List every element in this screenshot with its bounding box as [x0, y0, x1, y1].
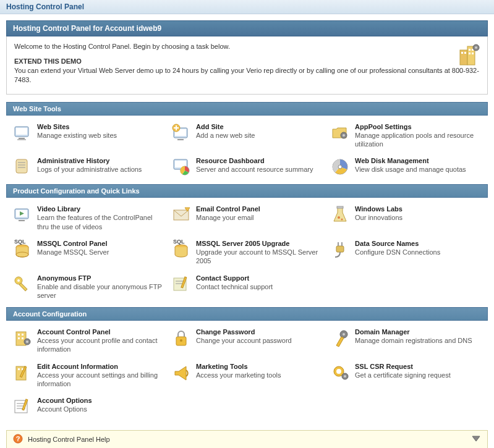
wrench-gear-icon [330, 328, 350, 348]
tool-title: Web Disk Management [355, 157, 482, 164]
tool-desc: Contact technical support [196, 282, 323, 291]
svg-point-71 [344, 375, 346, 378]
section-header-web-site-tools: Web Site Tools [6, 102, 488, 116]
tool-change-password[interactable]: Change Password Change your account pass… [170, 327, 324, 355]
tool-mssql-upgrade[interactable]: SQL MSSQL Server 2005 Upgrade Upgrade yo… [170, 239, 324, 267]
tool-title: Video Library [37, 205, 164, 213]
help-bar-text: Hosting Control Panel Help [28, 436, 110, 443]
tool-desc: Upgrade your account to MSSQL Server 200… [196, 248, 323, 266]
svg-rect-0 [460, 50, 467, 65]
section-header-product-config: Product Configuration and Quick Links [6, 184, 488, 198]
tool-desc: Access your account profile and contact … [37, 336, 164, 354]
tool-title: SSL CSR Request [355, 363, 482, 370]
svg-rect-3 [464, 52, 466, 54]
tool-title: AppPool Settings [355, 123, 482, 130]
tool-title: Contact Support [196, 274, 323, 282]
svg-rect-6 [469, 53, 471, 54]
tool-email-control-panel[interactable]: Email Control Panel Manage your email [170, 204, 324, 232]
svg-point-21 [343, 134, 345, 137]
tool-desc: Manage MSSQL Server [37, 248, 164, 256]
svg-rect-22 [16, 159, 27, 173]
tool-administrative-history[interactable]: Administrative History Logs of your admi… [11, 156, 165, 178]
tool-anonymous-ftp[interactable]: Anonymous FTP Enable and disable your an… [11, 273, 165, 302]
svg-point-61 [180, 339, 182, 342]
svg-marker-79 [472, 436, 480, 441]
tool-edit-account-info[interactable]: Edit Account Information Access your acc… [11, 361, 165, 390]
svg-rect-37 [337, 206, 343, 208]
top-header-text: Hosting Control Panel [6, 2, 84, 11]
tool-domain-manager[interactable]: Domain Manager Manage domain registratio… [329, 327, 483, 355]
extend-demo-body: You can extend your Virtual Web Server d… [14, 66, 480, 85]
tool-video-library[interactable]: Video Library Learn the features of the … [11, 204, 165, 232]
tool-title: Email Control Panel [196, 205, 323, 213]
welcome-text: Welcome to the Hosting Control Panel. Be… [14, 43, 480, 50]
help-bar[interactable]: ? Hosting Control Panel Help [6, 430, 488, 448]
tool-title: Anonymous FTP [37, 274, 164, 282]
tool-resource-dashboard[interactable]: Resource Dashboard Server and account re… [170, 156, 324, 178]
tool-title: Windows Labs [355, 205, 482, 213]
svg-rect-57 [22, 337, 23, 339]
section-title: Product Configuration and Quick Links [13, 187, 140, 195]
list-pencil-icon [12, 397, 32, 416]
svg-point-39 [341, 219, 343, 221]
tool-apppool-settings[interactable]: AppPool Settings Manage application pool… [329, 122, 483, 150]
tool-contact-support[interactable]: Contact Support Contact technical suppor… [170, 273, 324, 302]
tool-mssql-control-panel[interactable]: SQL MSSQL Control Panel Manage MSSQL Ser… [11, 239, 165, 267]
extend-demo-title: EXTEND THIS DEMO [14, 57, 480, 65]
svg-rect-2 [461, 52, 463, 54]
tool-title: Administrative History [37, 157, 164, 164]
tool-ssl-csr-request[interactable]: SSL CSR Request Get a certificate signin… [329, 361, 483, 390]
tool-desc: Account Options [37, 405, 164, 413]
tool-web-disk-management[interactable]: Web Disk Management View disk usage and … [329, 156, 483, 178]
tool-data-source-names[interactable]: Data Source Names Configure DSN Connecti… [329, 239, 483, 267]
tool-title: Resource Dashboard [196, 157, 323, 164]
svg-rect-47 [19, 283, 27, 291]
monitor-plus-icon [171, 123, 191, 143]
svg-rect-19 [174, 127, 179, 129]
database-sql-icon: SQL [12, 240, 32, 260]
tool-account-control-panel[interactable]: Account Control Panel Access your accoun… [11, 327, 165, 355]
svg-rect-11 [16, 128, 27, 135]
key-tools-icon [12, 274, 32, 294]
svg-rect-43 [336, 246, 344, 252]
tool-desc: Get a certificate signing request [355, 371, 482, 379]
svg-rect-12 [19, 138, 25, 139]
tool-title: Domain Manager [355, 328, 482, 336]
tool-desc: Learn the features of the ControlPanel t… [37, 213, 164, 231]
tool-desc: Configure DSN Connections [355, 248, 482, 256]
tool-add-site[interactable]: Add Site Add a new web site [170, 122, 324, 150]
lock-icon [171, 328, 191, 348]
tool-web-sites[interactable]: Web Sites Manage existing web sites [11, 122, 165, 150]
monitor-chart-icon [171, 157, 191, 177]
welcome-box: Welcome to the Hosting Control Panel. Be… [6, 36, 488, 95]
database-sql-upgrade-icon: SQL [171, 240, 191, 260]
svg-rect-4 [469, 49, 471, 51]
svg-point-38 [338, 216, 340, 219]
tool-desc: Our innovations [355, 213, 482, 222]
tool-desc: Manage domain registrations and DNS [355, 336, 482, 345]
tool-desc: Access your marketing tools [196, 371, 323, 379]
disk-chart-icon [330, 157, 350, 177]
tool-title: MSSQL Server 2005 Upgrade [196, 240, 323, 247]
folder-gear-icon [330, 123, 350, 143]
svg-point-69 [336, 369, 341, 374]
svg-rect-34 [19, 220, 25, 221]
tool-desc: Logs of your administrative actions [37, 165, 164, 174]
plug-icon [330, 240, 350, 260]
svg-rect-16 [177, 139, 184, 140]
tool-title: Edit Account Information [37, 363, 164, 370]
tool-desc: Manage application pools and resource ut… [355, 131, 482, 149]
svg-rect-13 [17, 139, 26, 140]
certificate-gear-icon [330, 363, 350, 382]
tool-marketing-tools[interactable]: Marketing Tools Access your marketing to… [170, 361, 324, 390]
section-body-account-config: Account Control Panel Access your accoun… [6, 321, 488, 424]
tool-account-options[interactable]: Account Options Account Options [11, 395, 165, 418]
tool-title: MSSQL Control Panel [37, 240, 164, 247]
help-icon: ? [13, 434, 23, 445]
envelope-icon [171, 205, 191, 225]
tool-desc: Manage your email [196, 213, 323, 222]
tool-windows-labs[interactable]: Windows Labs Our innovations [329, 204, 483, 232]
tool-desc: Change your account password [196, 336, 323, 345]
tool-title: Marketing Tools [196, 363, 323, 370]
svg-text:?: ? [16, 435, 20, 442]
